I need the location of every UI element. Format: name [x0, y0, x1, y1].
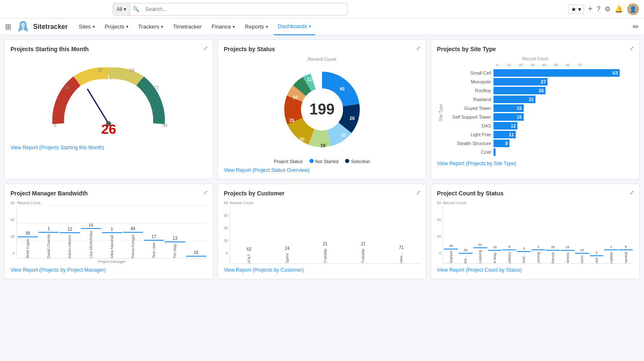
expand-icon[interactable]: ⤢	[203, 45, 208, 52]
vbar-bar	[473, 247, 487, 248]
view-report-gauge[interactable]: View Report (Projects Starting this Mont…	[10, 145, 207, 151]
vbar-col: 2 zoning	[532, 245, 545, 263]
nav-item-timetracker[interactable]: Timetracker	[169, 18, 206, 35]
nav-item-reports[interactable]: Reports ▾	[241, 18, 272, 35]
vbar-bar	[488, 250, 502, 251]
hbar-row: Stealth Structure 8	[443, 140, 634, 147]
view-report-customer[interactable]: View Report (Projects by Customer)	[224, 267, 421, 273]
view-report-status[interactable]: View Report (Project Count by Status)	[437, 267, 634, 273]
vbar-col: 17 Test User	[144, 234, 164, 258]
svg-text:21: 21	[341, 132, 346, 138]
hbar-fill: 26	[493, 87, 545, 94]
expand-icon[interactable]: ⤢	[629, 45, 634, 52]
hbar-fill: 12	[493, 122, 517, 130]
chevron-down-icon: ▾	[126, 24, 128, 29]
hbar-value: 63	[613, 70, 618, 75]
hbar-value: 12	[511, 123, 516, 128]
hbar-track: 12	[493, 122, 634, 130]
vbar-bar	[60, 232, 80, 233]
svg-text:11: 11	[307, 77, 312, 82]
vbar-bar	[619, 249, 633, 250]
vbar-bar	[517, 251, 531, 252]
nav-item-sites[interactable]: Sites ▾	[75, 18, 99, 35]
donut-container: Record Count	[224, 57, 421, 164]
gauge-container: 0 18 36 54 72 90 26	[10, 57, 207, 141]
hbar-label: DAS	[443, 123, 493, 128]
nav-item-trackers[interactable]: Trackers ▾	[134, 18, 167, 35]
vbar-col: 1 Mike Marshall	[102, 227, 122, 258]
hbar-label: Rawland	[443, 97, 493, 102]
hbar-title: Projects by Site Type	[437, 46, 634, 52]
notification-icon[interactable]: 🔔	[615, 5, 623, 13]
vbar-col: 24 Sprint	[270, 246, 304, 263]
expand-icon[interactable]: ⤢	[416, 45, 421, 52]
svg-text:26: 26	[350, 116, 355, 121]
all-dropdown[interactable]: All ▾	[113, 3, 130, 15]
vbar-bar	[18, 236, 38, 237]
edit-icon[interactable]: ✏	[633, 22, 639, 31]
vbar-status-chart: Record Count 45 Started 26 De... 21 Leas…	[443, 201, 634, 264]
hbar-row: Guyed Tower 15	[443, 104, 634, 112]
vbar-col: 26 De...	[459, 248, 473, 263]
vbar-bar	[604, 249, 618, 250]
hbar-rows: Small Cell 63 Monopole 27 Rooftop 26 Raw…	[443, 68, 634, 157]
svg-text:18: 18	[64, 85, 69, 90]
svg-text:19: 19	[320, 143, 325, 148]
favorites-button[interactable]: ★ ▾	[568, 5, 584, 14]
view-report-donut[interactable]: View Report (Project Status Overview)	[224, 167, 421, 173]
hbar-track: 26	[493, 87, 634, 94]
hbar-track: 27	[493, 78, 634, 86]
expand-icon[interactable]: ⤢	[416, 189, 421, 196]
vbar-status-yticks: 60 40 20 0	[437, 201, 443, 264]
expand-icon[interactable]: ⤢	[203, 189, 208, 196]
nav-item-finance[interactable]: Finance ▾	[208, 18, 239, 35]
vbar-col: 5 out	[590, 251, 604, 263]
expand-icon[interactable]: ⤢	[629, 189, 634, 196]
vbar-bar	[590, 255, 604, 256]
nav-item-dashboards[interactable]: Dashboards ▾	[274, 18, 315, 35]
vbar-customer-chart: Record Count 62 AT&T 24 Sprint 21 T-Mobi…	[230, 201, 421, 264]
hbar-track: 63	[493, 69, 634, 77]
hbar-row: Self Support Tower 15	[443, 113, 634, 121]
nav-item-projects[interactable]: Projects ▾	[101, 18, 132, 35]
svg-text:0: 0	[54, 123, 56, 128]
avatar[interactable]: 👤	[627, 3, 639, 15]
logo-svg	[16, 20, 30, 34]
svg-text:54: 54	[129, 68, 134, 73]
vbar-status-bars: 45 Started 26 De... 21 Leasing 19 4-Way …	[443, 206, 634, 264]
settings-icon[interactable]: ⚙	[605, 5, 610, 13]
vbar-bar	[123, 232, 143, 233]
hbar-fill: 15	[493, 104, 523, 112]
donut-title: Projects by Status	[224, 46, 421, 52]
vbar-col: 84 Pema Kongpo	[123, 226, 143, 258]
hbar-axis-title: Record Count	[437, 57, 634, 61]
vbar-customer-bars: 62 AT&T 24 Sprint 21 T-Mobile 21 T-Mobil…	[230, 206, 421, 264]
vbar-pm-container: 90 60 30 0 Record Count 39 Brett Cupta 1…	[10, 201, 207, 264]
view-report-pm[interactable]: View Report (Projects by Project Manager…	[10, 267, 207, 273]
vbar-bar	[532, 249, 545, 250]
vbar-bar	[575, 253, 589, 254]
search-input[interactable]	[142, 6, 347, 12]
add-icon[interactable]: +	[588, 5, 593, 13]
nav-bar: ⊞ Sitetracker Sites ▾ Projects ▾ Tracker…	[0, 18, 644, 35]
vbar-bar	[561, 250, 574, 251]
vbar-col: 21 T-Mobile	[308, 242, 343, 263]
vbar-col: 1 David Charola	[39, 226, 59, 258]
gauge-value: 26	[101, 122, 117, 137]
all-chevron-icon: ▾	[124, 6, 126, 12]
hbar-track: 15	[493, 104, 634, 112]
hbar-row: Monopole 27	[443, 78, 634, 86]
hbar-value: 15	[517, 114, 522, 119]
vbar-status-container: 60 40 20 0 Record Count 45 Started 26 De…	[437, 201, 634, 264]
help-icon[interactable]: ?	[597, 5, 600, 13]
vbar-col: 25 siness	[561, 245, 574, 263]
grid-icon[interactable]: ⊞	[5, 22, 11, 31]
view-report-hbar[interactable]: View Report (Projects by Site Type)	[437, 161, 634, 166]
dashboard: Projects Starting this Month ⤢ 0 18 36 5…	[0, 35, 644, 283]
hbar-label: Light Pole	[443, 132, 493, 137]
hbar-fill: 8	[493, 140, 509, 147]
vbar-bar	[459, 253, 473, 254]
vbar-col: 16	[186, 250, 206, 258]
vbar-bar	[102, 232, 122, 233]
vbar-customer-title: Projects by Customer	[224, 190, 421, 197]
